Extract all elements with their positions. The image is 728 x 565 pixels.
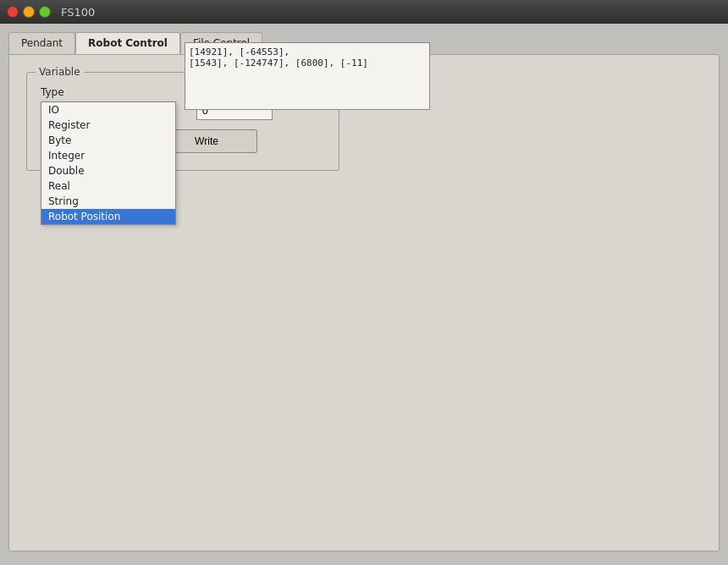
listbox-item-byte[interactable]: Byte bbox=[41, 133, 175, 148]
listbox-item-integer[interactable]: Integer bbox=[41, 148, 175, 163]
type-listbox: IO Register Byte Integer Double Real Str… bbox=[41, 101, 176, 225]
type-dropdown[interactable]: Robot Position ▼ IO Register Byte Intege… bbox=[41, 101, 176, 120]
app-body: Pendant Robot Control File Control Varia… bbox=[0, 24, 728, 565]
type-field-col: Type Robot Position ▼ IO Register Byte bbox=[41, 86, 176, 120]
app-title: FS100 bbox=[61, 6, 95, 19]
tab-content-robot-control: Variable Type Robot Position ▼ IO bbox=[8, 54, 720, 551]
minimize-button[interactable] bbox=[23, 6, 35, 18]
title-bar: FS100 bbox=[0, 0, 728, 24]
value-section: [14921], [-64553], [1543], [-124747], [6… bbox=[185, 36, 325, 112]
window-controls bbox=[7, 6, 51, 18]
variable-legend: Variable bbox=[36, 66, 84, 78]
tab-robot-control[interactable]: Robot Control bbox=[75, 32, 180, 54]
listbox-item-double[interactable]: Double bbox=[41, 163, 175, 178]
listbox-item-robot-position[interactable]: Robot Position bbox=[41, 209, 175, 224]
listbox-item-io[interactable]: IO bbox=[41, 102, 175, 118]
variable-group: Variable Type Robot Position ▼ IO bbox=[26, 72, 339, 171]
maximize-button[interactable] bbox=[39, 6, 51, 18]
listbox-item-string[interactable]: String bbox=[41, 194, 175, 209]
type-label: Type bbox=[41, 86, 176, 98]
close-button[interactable] bbox=[7, 6, 19, 18]
value-textarea[interactable]: [14921], [-64553], [1543], [-124747], [6… bbox=[185, 42, 430, 110]
listbox-item-real[interactable]: Real bbox=[41, 178, 175, 194]
tab-pendant[interactable]: Pendant bbox=[8, 32, 75, 54]
listbox-item-register[interactable]: Register bbox=[41, 118, 175, 133]
